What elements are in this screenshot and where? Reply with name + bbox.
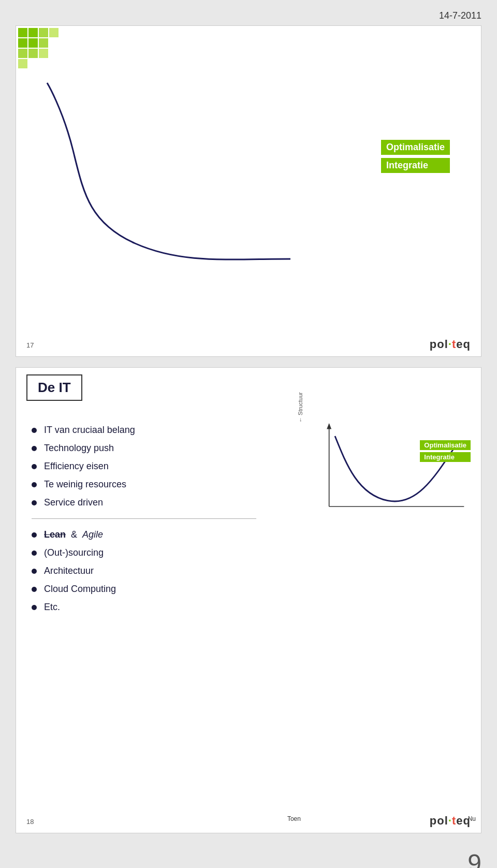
x-label-toen: Toen xyxy=(287,815,301,822)
list-item: (Out-)sourcing xyxy=(32,547,256,558)
bullet-text: (Out-)sourcing xyxy=(44,547,104,558)
bullet-text: Te weinig resources xyxy=(44,479,126,490)
bullet-text: IT van cruciaal belang xyxy=(44,425,135,436)
bullet-icon xyxy=(32,464,37,469)
slide-1-labels: Optimalisatie Integratie xyxy=(381,140,450,173)
bullet-icon xyxy=(32,532,37,538)
slide-number-2: 18 xyxy=(26,818,34,826)
page-date: 14-7-2011 xyxy=(439,10,481,21)
curve-graphic xyxy=(32,67,332,285)
bullet-icon xyxy=(32,569,37,574)
bullet-icon xyxy=(32,446,37,451)
slide-2-title: De IT xyxy=(26,374,82,401)
bullet-text: Efficiency eisen xyxy=(44,461,109,472)
list-item: Etc. xyxy=(32,602,256,613)
list-item: Efficiency eisen xyxy=(32,461,256,472)
lean-text: Lean xyxy=(44,529,66,540)
bullet-icon xyxy=(32,551,37,556)
slide-1: Optimalisatie Integratie 17 pol·teq xyxy=(16,25,481,357)
bullet-text: Etc. xyxy=(44,602,60,613)
mini-optimalisatie-label: Optimalisatie xyxy=(420,440,471,450)
slide-number-1: 17 xyxy=(26,341,34,349)
svg-marker-1 xyxy=(327,423,331,429)
bullet-text-cloud: Cloud Computing xyxy=(44,584,116,595)
bullet-text: Technology push xyxy=(44,443,114,454)
bullet-text: Architectuur xyxy=(44,566,94,576)
bullet-icon xyxy=(32,587,37,592)
mini-chart-labels: Optimalisatie Integratie xyxy=(420,440,471,462)
slide-2-right: ← Structuur Optimalisatie Integratie xyxy=(272,409,481,833)
integratie-label: Integratie xyxy=(381,158,450,173)
slide-2-header: De IT xyxy=(16,368,481,399)
slide-2-left: IT van cruciaal belang Technology push E… xyxy=(16,409,272,833)
list-item: IT van cruciaal belang xyxy=(32,425,256,436)
optimalisatie-label: Optimalisatie xyxy=(381,140,450,155)
list-item-lean-agile: Lean & Agile xyxy=(32,529,256,540)
lean-agile-text: Lean & Agile xyxy=(44,529,103,540)
bullet-icon xyxy=(32,482,37,487)
polteq-logo-1: pol·teq xyxy=(430,338,471,351)
polteq-logo-2: pol·teq xyxy=(430,814,471,828)
mini-integratie-label: Integratie xyxy=(420,452,471,462)
mini-chart xyxy=(300,414,476,528)
agile-text: Agile xyxy=(82,529,103,540)
bullet-icon xyxy=(32,605,37,610)
list-item-cloud: Cloud Computing xyxy=(32,584,256,595)
list-item: Technology push xyxy=(32,443,256,454)
slide-2: De IT IT van cruciaal belang Technology … xyxy=(16,367,481,833)
list-item: Architectuur xyxy=(32,566,256,576)
bullet-text: Service driven xyxy=(44,497,103,508)
list-item: Service driven xyxy=(32,497,256,508)
list-item: Te weinig resources xyxy=(32,479,256,490)
divider xyxy=(32,518,256,519)
page-number: 9 xyxy=(467,849,481,868)
slide-2-content: IT van cruciaal belang Technology push E… xyxy=(16,409,481,833)
bullet-icon xyxy=(32,428,37,433)
secondary-bullets: Lean & Agile (Out-)sourcing Architectuur… xyxy=(32,529,256,613)
bullet-icon xyxy=(32,500,37,505)
main-bullets: IT van cruciaal belang Technology push E… xyxy=(32,425,256,508)
